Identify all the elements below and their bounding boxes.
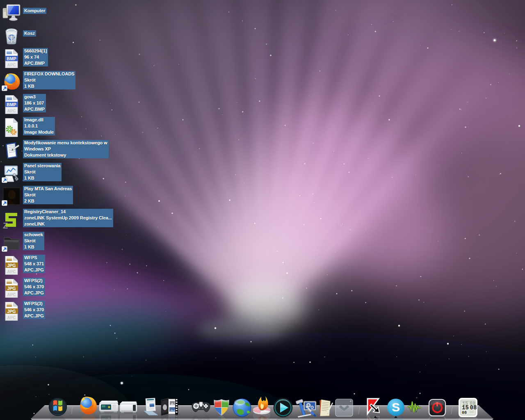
svg-text:15: 15 xyxy=(462,404,469,411)
svg-text:S: S xyxy=(392,400,400,414)
svg-text:08: 08 xyxy=(470,404,477,411)
svg-text:08: 08 xyxy=(462,411,467,415)
